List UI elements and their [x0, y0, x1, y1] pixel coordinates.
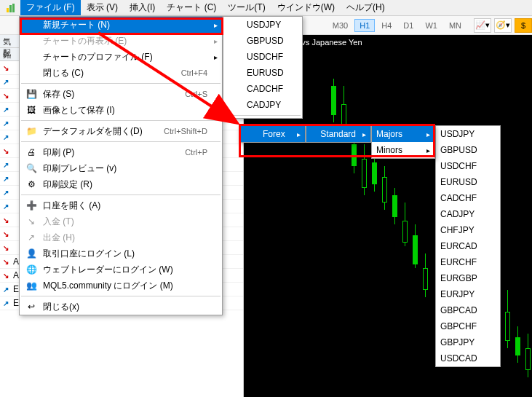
newchart-symbols-dropdown: USDJPYGBPUSDUSDCHFEURUSDCADCHFCADJPY	[223, 16, 303, 119]
standard-menu-item[interactable]: Standard▸	[306, 126, 370, 142]
menu-help[interactable]: ヘルプ(H)	[341, 0, 391, 15]
symbol-menu-item[interactable]: CADJPY	[223, 97, 302, 113]
menu-item-label: チャートのプロファイル (F)	[43, 51, 207, 63]
menu-item-icon: 🌐	[24, 264, 39, 275]
majors-symbol-item[interactable]: CADJPY	[436, 206, 500, 222]
menu-item-label: 新規チャート (N)	[43, 19, 207, 31]
file-menu-item[interactable]: 🖨印刷 (P)Ctrl+P	[20, 144, 222, 160]
majors-symbol-item[interactable]: CADCHF	[436, 190, 500, 206]
menu-chart[interactable]: チャート (C)	[161, 0, 222, 15]
menu-file[interactable]: ファイル (F)	[20, 0, 81, 15]
majors-symbol-item[interactable]: EURGBP	[436, 270, 500, 286]
timeframe-mn[interactable]: MN	[444, 19, 467, 32]
trend-arrow-icon: ↗	[0, 203, 12, 211]
menu-item-label: USDJPY	[247, 20, 287, 30]
menu-item-icon: 🖼	[24, 105, 39, 115]
trend-arrow-icon: ↘	[0, 64, 12, 72]
file-menu-item[interactable]: ⚙印刷設定 (R)	[20, 176, 222, 192]
menu-item-label: USDCAD	[440, 353, 485, 363]
menu-item-label: ウェブトレーダーにログイン (W)	[43, 264, 207, 276]
menu-item-label: 保存 (S)	[43, 88, 170, 101]
forex-dropdown: Forex▸	[239, 125, 306, 143]
trend-arrow-icon: ↗	[0, 78, 12, 86]
majors-symbol-item[interactable]: USDCHF	[436, 158, 500, 174]
menu-item-shortcut: Ctrl+Shift+D	[164, 127, 207, 135]
menu-item-icon: 🔍	[24, 163, 39, 173]
file-menu-item[interactable]: 👥MQL5.community にログイン (M)	[20, 278, 222, 294]
menu-item-shortcut: Ctrl+P	[185, 148, 207, 157]
file-menu-item: ↘入金 (T)	[20, 213, 222, 229]
menu-item-label: EURUSD	[247, 68, 287, 78]
majors-symbol-item[interactable]: EURJPY	[436, 286, 500, 302]
majors-symbol-item[interactable]: GBPJPY	[436, 334, 500, 350]
menu-item-shortcut: Ctrl+S	[185, 90, 207, 98]
menu-item-icon: 👤	[24, 248, 39, 259]
file-menu-item[interactable]: 💾保存 (S)Ctrl+S	[20, 86, 222, 102]
indicator-icon[interactable]: 🧭▾	[494, 18, 512, 33]
submenu-arrow-icon: ▸	[362, 130, 366, 138]
majors-symbol-item[interactable]: EURCAD	[436, 238, 500, 254]
symbol-menu-item[interactable]: CADCHF	[223, 81, 302, 97]
file-menu-item[interactable]: 📁データフォルダを開く(D)Ctrl+Shift+D	[20, 123, 222, 139]
timeframe-w1[interactable]: W1	[420, 19, 442, 32]
file-menu-item[interactable]: 🌐ウェブトレーダーにログイン (W)	[20, 262, 222, 278]
file-menu-item[interactable]: チャートのプロファイル (F)▸	[20, 49, 222, 65]
timeframe-h1[interactable]: H1	[354, 19, 375, 32]
majors-menu-item[interactable]: Majors▸	[372, 126, 434, 142]
majors-symbol-item[interactable]: EURUSD	[436, 174, 500, 190]
menu-item-icon: ➕	[24, 200, 39, 211]
menu-tools[interactable]: ツール(T)	[222, 0, 271, 15]
file-menu-item[interactable]: 🖼画像として保存 (I)	[20, 102, 222, 118]
symbol-menu-item[interactable]: USDJPY	[223, 17, 302, 33]
file-menu-item[interactable]: 👤取引口座にログイン (L)	[20, 245, 222, 262]
majors-symbol-item[interactable]: CHFJPY	[436, 222, 500, 238]
file-menu-item[interactable]: 新規チャート (N)▸	[20, 17, 222, 33]
file-menu-item[interactable]: 閉じる (C)Ctrl+F4	[20, 65, 222, 81]
menu-item-label: 口座を開く (A)	[43, 200, 207, 212]
menu-item-label: 画像として保存 (I)	[43, 104, 207, 117]
app-icon	[6, 2, 17, 14]
trend-arrow-icon: ↘	[0, 244, 12, 252]
menu-view[interactable]: 表示 (V)	[81, 0, 124, 15]
timeframe-h4[interactable]: H4	[376, 19, 397, 32]
minors-menu-item[interactable]: Minors▸	[372, 142, 434, 158]
file-menu-item[interactable]: ➕口座を開く (A)	[20, 197, 222, 213]
alert-icon[interactable]: $	[515, 18, 532, 33]
majors-symbol-item[interactable]: USDJPY	[436, 126, 500, 142]
menu-item-label: CADJPY	[247, 100, 287, 110]
majors-symbol-item[interactable]: GBPCAD	[436, 302, 500, 318]
menu-item-label: EURGBP	[440, 273, 485, 283]
chart-line-icon[interactable]: 📈▾	[474, 18, 491, 33]
menu-item-label: EURCHF	[440, 257, 485, 267]
file-menu-item[interactable]: ↩閉じる(x)	[20, 299, 222, 315]
menu-item-label: 印刷 (P)	[43, 146, 170, 159]
majors-symbol-item[interactable]: GBPUSD	[436, 142, 500, 158]
file-menu-item[interactable]: 🔍印刷プレビュー (v)	[20, 160, 222, 176]
menu-item-shortcut: Ctrl+F4	[181, 68, 207, 77]
menu-item-icon: ↗	[24, 232, 39, 243]
symbol-menu-item[interactable]: USDCHF	[223, 49, 302, 65]
trend-arrow-icon: ↘	[0, 92, 12, 100]
menu-window[interactable]: ウインドウ(W)	[271, 0, 341, 15]
trend-arrow-icon: ↗	[0, 286, 12, 294]
menu-item-label: 取引口座にログイン (L)	[43, 248, 207, 260]
symbol-menu-item[interactable]: EURUSD	[223, 65, 302, 81]
menubar: ファイル (F) 表示 (V) 挿入(I) チャート (C) ツール(T) ウイ…	[0, 0, 532, 16]
menu-item-label: GBPUSD	[247, 36, 287, 46]
menu-item-label: CADJPY	[440, 209, 485, 219]
submenu-arrow-icon: ▸	[426, 130, 430, 138]
trend-arrow-icon: ↗	[0, 299, 12, 307]
menu-item-label: GBPUSD	[440, 145, 485, 155]
majors-symbol-item[interactable]: EURCHF	[436, 254, 500, 270]
symbol-menu-item[interactable]: GBPUSD	[223, 33, 302, 49]
timeframe-d1[interactable]: D1	[398, 19, 418, 32]
majors-symbol-item[interactable]: GBPCHF	[436, 318, 500, 334]
menu-insert[interactable]: 挿入(I)	[124, 0, 161, 15]
timeframe-m30[interactable]: M30	[327, 19, 353, 32]
forex-menu-item[interactable]: Forex▸	[239, 126, 305, 142]
menu-item-label: 印刷プレビュー (v)	[43, 162, 207, 175]
trend-arrow-icon: ↗	[0, 175, 12, 183]
menu-item-icon: 🖨	[24, 147, 39, 157]
majors-symbol-item[interactable]: USDCAD	[436, 350, 500, 366]
svg-rect-1	[9, 5, 12, 12]
